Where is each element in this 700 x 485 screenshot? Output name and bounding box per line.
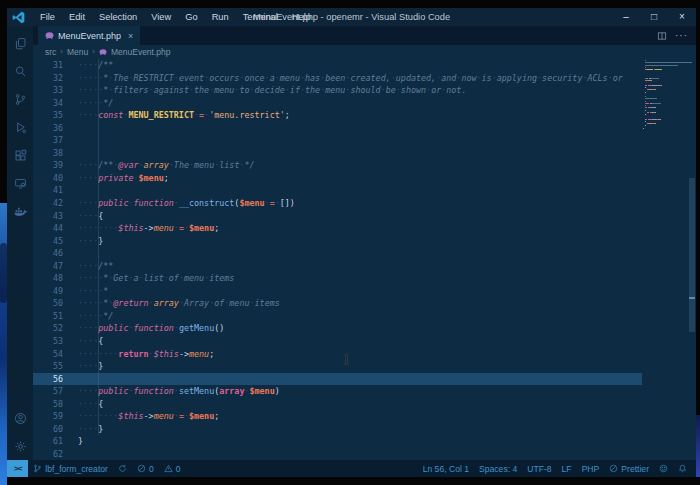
code-line-38[interactable]: 38 bbox=[33, 147, 642, 160]
code-line-50[interactable]: 50·····*·@return·array·Array·of·menu·ite… bbox=[33, 297, 642, 310]
breadcrumb-menu[interactable]: Menu bbox=[67, 47, 88, 57]
line-number: 31 bbox=[33, 59, 63, 72]
title-bar: FileEditSelectionViewGoRunTerminalHelp M… bbox=[7, 8, 696, 26]
sync-status[interactable] bbox=[113, 460, 132, 477]
window-controls: –□× bbox=[612, 8, 696, 26]
remote-indicator[interactable]: >< bbox=[7, 460, 28, 477]
code-line-43[interactable]: 43····{ bbox=[33, 210, 642, 223]
code-line-31[interactable]: 31····/** bbox=[33, 59, 642, 72]
line-number: 35 bbox=[33, 109, 63, 122]
cursor-position[interactable]: Ln 56, Col 1 bbox=[418, 460, 474, 477]
line-number: 46 bbox=[33, 247, 63, 260]
menu-help[interactable]: Help bbox=[285, 8, 318, 26]
code-line-32[interactable]: 32·····*·The·RESTRICT·event·occurs·once·… bbox=[33, 72, 642, 85]
code-line-45[interactable]: 45····} bbox=[33, 235, 642, 248]
language-mode[interactable]: PHP bbox=[577, 460, 605, 477]
code-line-62[interactable]: 62 bbox=[33, 448, 642, 460]
split-editor-icon[interactable] bbox=[657, 31, 667, 41]
code-line-61[interactable]: 61} bbox=[33, 435, 642, 448]
formatter[interactable]: Prettier bbox=[604, 460, 654, 477]
menu-edit[interactable]: Edit bbox=[62, 8, 92, 26]
code-line-51[interactable]: 51·····*/ bbox=[33, 310, 642, 323]
editor-scrollbar[interactable] bbox=[688, 58, 696, 460]
code-line-59[interactable]: 59········$this->menu·=·$menu; bbox=[33, 410, 642, 423]
extensions-icon[interactable] bbox=[7, 141, 33, 169]
line-number: 43 bbox=[33, 210, 63, 223]
editor-group: MenuEvent.php × ··· src › Menu › MenuEve… bbox=[33, 26, 696, 460]
code-line-56[interactable]: 56 bbox=[33, 373, 642, 386]
code-line-37[interactable]: 37 bbox=[33, 134, 642, 147]
line-number: 48 bbox=[33, 272, 63, 285]
breadcrumb-file[interactable]: MenuEvent.php bbox=[111, 47, 171, 57]
warnings[interactable]: 0 bbox=[159, 460, 186, 477]
code-line-42[interactable]: 42····public·function·__construct($menu·… bbox=[33, 197, 642, 210]
breadcrumb-src[interactable]: src bbox=[45, 47, 56, 57]
notifications[interactable] bbox=[673, 460, 692, 477]
code-line-46[interactable]: 46 bbox=[33, 247, 642, 260]
indentation-label: Spaces: 4 bbox=[479, 464, 517, 474]
gear-icon[interactable] bbox=[7, 432, 33, 460]
code-line-39[interactable]: 39····/**·@var·array·The·menu·list·*/ bbox=[33, 159, 642, 172]
indentation[interactable]: Spaces: 4 bbox=[474, 460, 522, 477]
more-actions-icon[interactable]: ··· bbox=[675, 30, 688, 41]
errors[interactable]: 0 bbox=[132, 460, 159, 477]
menu-run[interactable]: Run bbox=[205, 8, 236, 26]
code-line-44[interactable]: 44········$this->menu·=·$menu; bbox=[33, 222, 642, 235]
menu-go[interactable]: Go bbox=[178, 8, 204, 26]
code-line-34[interactable]: 34·····*/ bbox=[33, 97, 642, 110]
docker-whale-icon[interactable] bbox=[7, 197, 33, 225]
menu-file[interactable]: File bbox=[33, 8, 62, 26]
eol[interactable]: LF bbox=[557, 460, 577, 477]
git-branch[interactable]: lbf_form_creator bbox=[28, 460, 113, 477]
code-line-49[interactable]: 49·····* bbox=[33, 285, 642, 298]
feedback-icon bbox=[659, 464, 668, 473]
files-icon[interactable] bbox=[7, 29, 33, 57]
line-number: 52 bbox=[33, 322, 63, 335]
code-line-35[interactable]: 35····const·MENU_RESTRICT·=·'menu.restri… bbox=[33, 109, 642, 122]
line-number: 42 bbox=[33, 197, 63, 210]
minimap[interactable] bbox=[643, 60, 688, 132]
search-icon[interactable] bbox=[7, 57, 33, 85]
code-line-60[interactable]: 60····} bbox=[33, 423, 642, 436]
line-number: 32 bbox=[33, 72, 63, 85]
code-lines: 31····/**32·····*·The·RESTRICT·event·occ… bbox=[33, 59, 642, 460]
code-line-57[interactable]: 57····public·function·setMenu(array·$men… bbox=[33, 385, 642, 398]
remote-icon: >< bbox=[14, 464, 21, 473]
remote-explorer-icon[interactable] bbox=[7, 169, 33, 197]
code-line-36[interactable]: 36 bbox=[33, 122, 642, 135]
menu-selection[interactable]: Selection bbox=[92, 8, 144, 26]
line-number: 38 bbox=[33, 147, 63, 160]
code-line-58[interactable]: 58····{ bbox=[33, 398, 642, 411]
minimize-button[interactable]: – bbox=[612, 8, 640, 26]
account-icon[interactable] bbox=[7, 404, 33, 432]
feedback[interactable] bbox=[654, 460, 673, 477]
code-line-48[interactable]: 48·····*·Get·a·list·of·menu·items bbox=[33, 272, 642, 285]
code-line-47[interactable]: 47····/** bbox=[33, 260, 642, 273]
source-control-icon[interactable] bbox=[7, 85, 33, 113]
code-line-40[interactable]: 40····private·$menu; bbox=[33, 172, 642, 185]
chevron-right-icon: › bbox=[60, 47, 63, 56]
tab-menuevent-php[interactable]: MenuEvent.php × bbox=[38, 26, 140, 45]
close-button[interactable]: × bbox=[668, 8, 696, 26]
maximize-button[interactable]: □ bbox=[640, 8, 668, 26]
menu-terminal[interactable]: Terminal bbox=[236, 8, 285, 26]
encoding[interactable]: UTF-8 bbox=[522, 460, 556, 477]
line-number: 57 bbox=[33, 385, 63, 398]
code-line-55[interactable]: 55····} bbox=[33, 360, 642, 373]
code-editor[interactable]: 31····/**32·····*·The·RESTRICT·event·occ… bbox=[33, 58, 696, 460]
code-line-53[interactable]: 53····{ bbox=[33, 335, 642, 348]
line-number: 60 bbox=[33, 423, 63, 436]
code-line-54[interactable]: 54········return·$this->menu; bbox=[33, 348, 642, 361]
code-line-41[interactable]: 41 bbox=[33, 184, 642, 197]
eol-label: LF bbox=[562, 464, 572, 474]
tab-close-icon[interactable]: × bbox=[128, 31, 133, 41]
line-number: 39 bbox=[33, 159, 63, 172]
line-number: 36 bbox=[33, 122, 63, 135]
line-number: 55 bbox=[33, 360, 63, 373]
code-line-52[interactable]: 52····public·function·getMenu() bbox=[33, 322, 642, 335]
run-debug-icon[interactable] bbox=[7, 113, 33, 141]
menu-view[interactable]: View bbox=[144, 8, 178, 26]
scrollbar-thumb[interactable] bbox=[689, 178, 695, 332]
code-line-33[interactable]: 33·····*·filters·against·the·menu·to·dec… bbox=[33, 84, 642, 97]
status-bar: ><lbf_form_creator00 Ln 56, Col 1Spaces:… bbox=[7, 460, 696, 477]
